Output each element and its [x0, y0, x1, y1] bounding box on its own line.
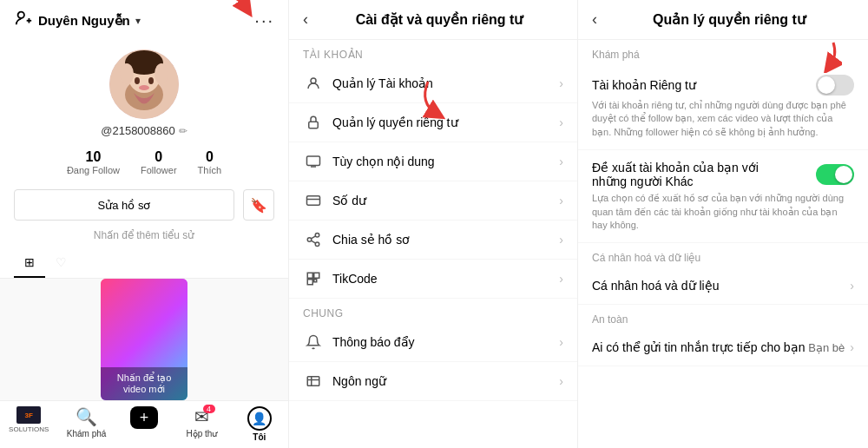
svg-line-22 — [311, 236, 315, 239]
heart-icon-tab: ♡ — [56, 255, 67, 269]
svg-rect-14 — [307, 156, 320, 166]
svg-point-20 — [315, 242, 319, 247]
arrow-icon-2: › — [559, 115, 563, 129]
privacy-item-private-account: Tài khoản Riêng tư Với tài khoản riêng t… — [578, 64, 868, 150]
search-icon: 🔍 — [76, 406, 97, 427]
settings-item-privacy[interactable]: Quản lý quyền riêng tư › — [289, 103, 577, 142]
svg-rect-16 — [307, 196, 320, 206]
arrow-icon: › — [559, 76, 563, 90]
arrow-icon-8: › — [559, 374, 563, 388]
profile-header-right: ··· — [254, 10, 274, 30]
language-icon — [303, 373, 324, 389]
private-account-header: Tài khoản Riêng tư — [592, 75, 854, 96]
logo-text: 3F — [25, 412, 33, 419]
qr-icon — [303, 271, 324, 287]
messages-arrow-icon: › — [850, 340, 854, 354]
personalization-arrow-icon: › — [850, 279, 854, 293]
svg-point-0 — [18, 12, 24, 18]
svg-rect-25 — [307, 280, 312, 285]
bio-hint[interactable]: Nhấn để thêm tiểu sử — [0, 227, 288, 248]
tv-icon — [303, 154, 324, 169]
arrow-icon-5: › — [559, 233, 563, 247]
more-options-button[interactable]: ··· — [254, 10, 274, 30]
privacy-ca-nhan-section: Cá nhân hoá và dữ liệu — [578, 243, 868, 267]
section-account-label: TÀI KHOẢN — [289, 40, 577, 64]
svg-rect-24 — [314, 273, 319, 278]
add-button[interactable]: + — [130, 406, 158, 429]
person-icon — [303, 76, 324, 91]
stat-likes: 0 Thích — [198, 149, 222, 175]
privacy-item-messages[interactable]: Ai có thể gửi tin nhắn trực tiếp cho bạn… — [578, 329, 868, 366]
stat-following: 10 Đang Follow — [67, 149, 120, 175]
section-chung-label: CHUNG — [289, 299, 577, 323]
profile-tabs: ⊞ ♡ — [0, 248, 288, 279]
settings-item-share[interactable]: Chia sẻ hồ sơ › — [289, 221, 577, 260]
red-arrow-settings — [402, 77, 471, 121]
bookmark-button[interactable]: 🔖 — [243, 189, 274, 221]
settings-panel: ‹ Cài đặt và quyền riêng tư TÀI KHOẢN Qu… — [289, 0, 578, 448]
svg-line-21 — [311, 240, 315, 243]
svg-point-7 — [148, 77, 154, 84]
privacy-item-suggest-account: Đề xuất tài khoản của bạn với những ngườ… — [578, 150, 868, 243]
svg-rect-23 — [307, 273, 312, 278]
settings-title: Cài đặt và quyền riêng tư — [315, 11, 563, 28]
settings-header: ‹ Cài đặt và quyền riêng tư — [289, 0, 577, 40]
suggest-account-header: Đề xuất tài khoản của bạn với những ngườ… — [592, 161, 854, 188]
svg-rect-27 — [307, 377, 319, 386]
profile-panel: Duyên Nguyễn ▾ ··· — [0, 0, 289, 448]
svg-point-8 — [139, 85, 149, 90]
svg-rect-13 — [309, 122, 319, 128]
toggle-knob — [818, 76, 835, 94]
settings-item-balance[interactable]: Số dư › — [289, 181, 577, 221]
bottom-nav: 3F SOLUTIONS 🔍 Khám phá + ✉ Hộp thư 4 👤 … — [0, 400, 288, 448]
nav-add[interactable]: + — [115, 406, 173, 442]
privacy-title: Quản lý quyền riêng tư — [604, 11, 854, 28]
arrow-icon-4: › — [559, 194, 563, 208]
settings-item-notifications[interactable]: Thông báo đẩy › — [289, 323, 577, 362]
privacy-back-button[interactable]: ‹ — [592, 10, 597, 29]
arrow-icon-3: › — [559, 155, 563, 168]
add-friend-icon[interactable] — [14, 9, 33, 32]
stats-row: 10 Đang Follow 0 Follower 0 Thích — [0, 142, 288, 182]
red-arrow-privacy — [790, 38, 842, 73]
stat-followers: 0 Follower — [141, 149, 177, 175]
svg-point-10 — [120, 63, 134, 84]
toggle-knob-2 — [835, 166, 852, 183]
edit-icon[interactable]: ✏ — [179, 125, 187, 137]
profile-content: Nhấn để tạo video mới — [0, 279, 288, 400]
bell-icon — [303, 334, 324, 350]
lock-icon — [303, 115, 324, 130]
privacy-an-toan-section: An toàn — [578, 305, 868, 329]
red-arrow-top-right — [210, 0, 253, 26]
share-icon — [303, 232, 324, 247]
logo-box: 3F — [16, 406, 41, 424]
edit-profile-button[interactable]: Sửa hồ sơ — [14, 189, 234, 221]
create-video-card[interactable]: Nhấn để tạo video mới — [101, 279, 187, 400]
dropdown-icon[interactable]: ▾ — [135, 15, 141, 27]
private-account-toggle[interactable] — [816, 75, 854, 96]
avatar-section: @2158008860 ✏ — [0, 41, 288, 142]
settings-back-button[interactable]: ‹ — [303, 10, 308, 29]
suggest-account-toggle[interactable] — [816, 164, 854, 185]
arrow-icon-6: › — [559, 272, 563, 286]
profile-nav-icon: 👤 — [247, 406, 272, 431]
svg-point-18 — [315, 234, 319, 238]
profile-username: Duyên Nguyễn — [38, 13, 130, 29]
settings-item-content[interactable]: Tùy chọn nội dung › — [289, 142, 577, 181]
logo-label: SOLUTIONS — [9, 425, 49, 433]
privacy-item-personalization[interactable]: Cá nhân hoá và dữ liệu › — [578, 267, 868, 305]
settings-item-tikcode[interactable]: TikCode › — [289, 260, 577, 299]
tab-videos[interactable]: ⊞ — [14, 248, 45, 278]
svg-point-19 — [307, 238, 312, 242]
action-row: Sửa hồ sơ 🔖 — [0, 182, 288, 227]
svg-point-6 — [135, 77, 140, 84]
nav-logo: 3F SOLUTIONS — [0, 406, 57, 442]
settings-item-language[interactable]: Ngôn ngữ › — [289, 362, 577, 401]
video-overlay: Nhấn để tạo video mới — [101, 367, 187, 400]
tab-liked[interactable]: ♡ — [45, 248, 77, 278]
nav-explore[interactable]: 🔍 Khám phá — [57, 406, 115, 442]
card-icon — [303, 193, 324, 208]
nav-profile[interactable]: 👤 Tôi — [231, 406, 288, 442]
messages-value-group: Bạn bè › — [808, 340, 854, 354]
nav-inbox[interactable]: ✉ Hộp thư 4 — [173, 406, 230, 442]
